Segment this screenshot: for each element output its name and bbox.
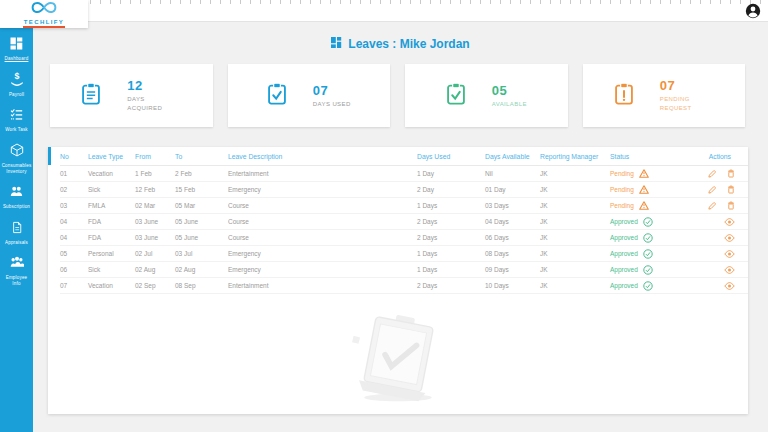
cell-manager: JK: [540, 218, 610, 225]
card-days-used: 07 DAYS USED: [228, 64, 391, 127]
employee-info-icon: [10, 255, 24, 273]
view-icon[interactable]: [724, 250, 735, 258]
clipboard-lines-icon: [81, 82, 101, 110]
cell-description: Course: [228, 202, 417, 209]
status-badge: Approved: [610, 233, 700, 243]
cell-days-used: 1 Days: [417, 266, 485, 273]
cell-description: Course: [228, 218, 417, 225]
svg-text:$: $: [14, 72, 19, 81]
col-header-to: To: [175, 153, 228, 160]
sidebar-item-subscription[interactable]: Subscription: [0, 179, 33, 215]
col-header-actions: Actions: [700, 153, 748, 160]
view-icon[interactable]: [724, 218, 735, 226]
sidebar-item-consumables-inventory[interactable]: Consumables Inventory: [0, 138, 33, 179]
cell-leave-type: FMLA: [88, 202, 135, 209]
page-title-text: Leaves : Mike Jordan: [348, 37, 469, 51]
consumables-inventory-icon: [10, 143, 24, 161]
cell-days-available: 03 Days: [485, 202, 540, 209]
cell-days-used: 2 Days: [417, 282, 485, 289]
subscription-icon: [10, 184, 23, 202]
cell-manager: JK: [540, 234, 610, 241]
table-row: 02 Sick 12 Feb 15 Feb Emergency 2 Day 01…: [60, 182, 748, 198]
cell-to: 05 June: [175, 234, 228, 241]
card-pending-request: 07 PENDING REQUEST: [583, 64, 746, 127]
card-label: AVAILABLE: [492, 100, 527, 109]
card-label: PENDING REQUEST: [660, 95, 714, 112]
clipboard-check-icon: [446, 82, 466, 110]
edit-icon[interactable]: [708, 170, 716, 178]
cell-days-available: 04 Days: [485, 218, 540, 225]
view-icon[interactable]: [724, 234, 735, 242]
sidebar-item-label: Consumables Inventory: [1, 163, 32, 174]
row-actions: [700, 218, 748, 226]
sidebar-item-payroll[interactable]: $ Payroll: [0, 67, 33, 103]
row-actions: [700, 282, 748, 290]
cell-no: 03: [60, 202, 88, 209]
delete-icon[interactable]: [727, 201, 735, 210]
row-actions: [700, 169, 748, 178]
row-actions: [700, 250, 748, 258]
cell-leave-type: FDA: [88, 234, 135, 241]
delete-icon[interactable]: [727, 169, 735, 178]
cell-days-available: 06 Days: [485, 234, 540, 241]
cell-days-available: Nil: [485, 170, 540, 177]
cell-days-used: 2 Days: [417, 234, 485, 241]
infinity-icon: [26, 0, 62, 18]
edit-icon[interactable]: [708, 186, 716, 194]
grid-icon: [331, 37, 342, 51]
view-icon[interactable]: [724, 266, 735, 274]
col-header-from: From: [135, 153, 175, 160]
col-header-no: No: [60, 153, 88, 160]
cell-description: Emergency: [228, 266, 417, 273]
col-header-description: Leave Description: [228, 153, 417, 160]
sidebar-item-employee-info[interactable]: Employee Info: [0, 250, 33, 291]
edit-icon[interactable]: [708, 202, 716, 210]
cell-to: 05 June: [175, 218, 228, 225]
col-header-leave-type: Leave Type: [88, 153, 135, 160]
cell-description: Course: [228, 234, 417, 241]
summary-cards: 12 DAYS ACQUIRED 07 DAYS USED: [50, 64, 745, 127]
cell-days-used: 1 Days: [417, 250, 485, 257]
cell-leave-type: FDA: [88, 218, 135, 225]
cell-manager: JK: [540, 266, 610, 273]
cell-description: Emergency: [228, 186, 417, 193]
leaves-table-panel: No Leave Type From To Leave Description …: [48, 147, 748, 414]
brand-logo[interactable]: TECHLIFY: [0, 0, 88, 28]
cell-manager: JK: [540, 250, 610, 257]
cell-to: 15 Feb: [175, 186, 228, 193]
sidebar-item-label: Payroll: [9, 92, 24, 98]
table-row: 04 FDA 03 June 05 June Course 2 Days 04 …: [60, 214, 748, 230]
appraisals-icon: [11, 220, 23, 238]
cell-from: 03 June: [135, 234, 175, 241]
sidebar-item-label: Subscription: [3, 204, 30, 210]
cell-no: 04: [60, 218, 88, 225]
sidebar-item-label: Dashboard: [5, 56, 29, 62]
status-badge: Approved: [610, 249, 700, 259]
cell-from: 03 June: [135, 218, 175, 225]
clipboard-alert-icon: [614, 82, 634, 110]
sidebar-item-work-task[interactable]: Work Task: [0, 102, 33, 138]
cell-days-available: 09 Days: [485, 266, 540, 273]
view-icon[interactable]: [724, 282, 735, 290]
delete-icon[interactable]: [727, 185, 735, 194]
cell-to: 08 Sep: [175, 282, 228, 289]
card-days-acquired: 12 DAYS ACQUIRED: [50, 64, 213, 127]
status-badge: Approved: [610, 217, 700, 227]
check-circle-icon: [643, 217, 653, 227]
dashboard-icon: [10, 36, 23, 54]
check-circle-icon: [643, 249, 653, 259]
table-row: 05 Personal 02 Jul 03 Jul Emergency 1 Da…: [60, 246, 748, 262]
sidebar: Dashboard $ Payroll Work Task: [0, 22, 33, 432]
table-header-row: No Leave Type From To Leave Description …: [60, 147, 748, 166]
cell-to: 03 Jul: [175, 250, 228, 257]
card-label: DAYS USED: [313, 100, 351, 109]
status-badge: Approved: [610, 265, 700, 275]
cell-leave-type: Personal: [88, 250, 135, 257]
cell-description: Entertainment: [228, 170, 417, 177]
sidebar-item-dashboard[interactable]: Dashboard: [0, 31, 33, 67]
sidebar-item-appraisals[interactable]: Appraisals: [0, 215, 33, 251]
cell-description: Entertainment: [228, 282, 417, 289]
user-avatar-icon[interactable]: [745, 3, 761, 19]
cell-leave-type: Sick: [88, 186, 135, 193]
cell-from: 1 Feb: [135, 170, 175, 177]
